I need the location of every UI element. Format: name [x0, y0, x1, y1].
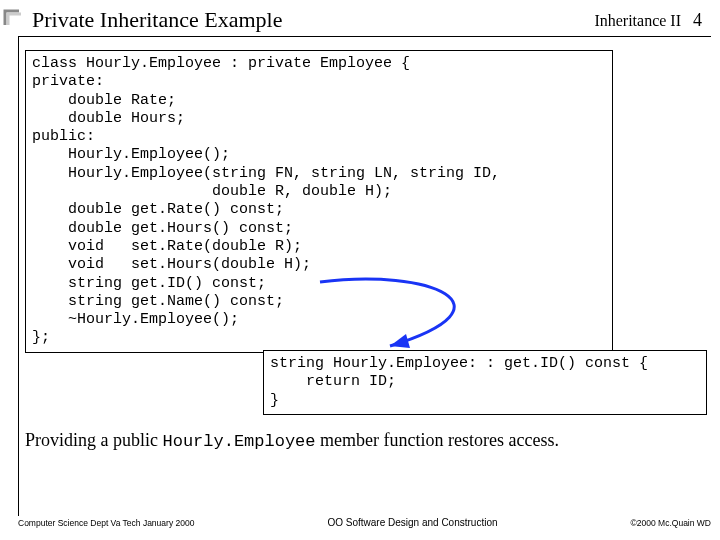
divider-horizontal	[18, 36, 711, 37]
footer-left: Computer Science Dept Va Tech January 20…	[18, 518, 194, 528]
explain-post: member function restores access.	[316, 430, 559, 450]
code-block-implementation: string Hourly.Employee: : get.ID() const…	[263, 350, 707, 415]
divider-vertical	[18, 36, 19, 516]
footer-center: OO Software Design and Construction	[327, 517, 497, 528]
explain-pre: Providing a public	[25, 430, 163, 450]
corner-icon	[3, 7, 23, 27]
code-block-main: class Hourly.Employee : private Employee…	[25, 50, 613, 353]
page-number: 4	[693, 10, 702, 31]
explain-mono: Hourly.Employee	[163, 432, 316, 451]
header-right: Inheritance II 4	[594, 10, 702, 31]
explain-text: Providing a public Hourly.Employee membe…	[25, 430, 559, 451]
footer: Computer Science Dept Va Tech January 20…	[18, 517, 711, 528]
header: Private Inheritance Example Inheritance …	[32, 6, 702, 34]
section-label: Inheritance II	[594, 12, 681, 30]
page-title: Private Inheritance Example	[32, 7, 282, 33]
footer-right: ©2000 Mc.Quain WD	[631, 518, 711, 528]
